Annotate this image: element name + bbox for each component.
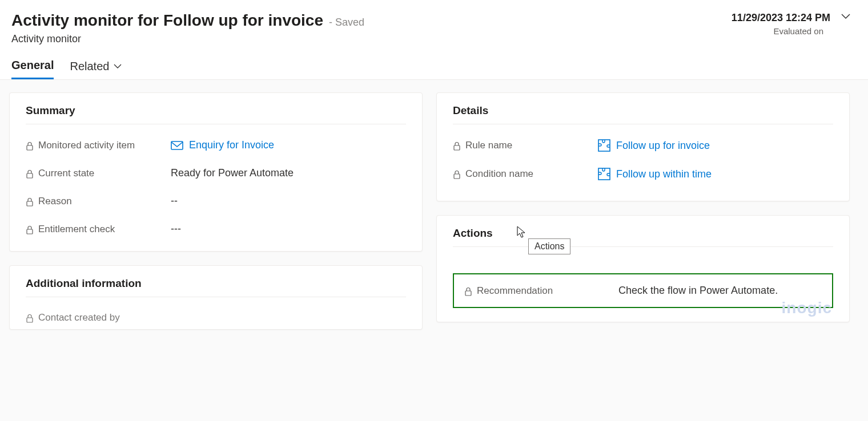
lock-icon bbox=[26, 225, 34, 234]
recommendation-label: Recommendation bbox=[477, 285, 553, 297]
timestamp: 11/29/2023 12:24 PM bbox=[732, 12, 830, 24]
current-state-value: Ready for Power Automate bbox=[171, 167, 294, 179]
condition-name-value[interactable]: Follow up within time bbox=[598, 168, 712, 180]
actions-card: Actions Actions Recommendation Check the… bbox=[436, 215, 850, 322]
evaluated-on-label: Evaluated on bbox=[773, 26, 823, 36]
details-title: Details bbox=[453, 104, 833, 124]
condition-name-text: Follow up within time bbox=[616, 168, 712, 180]
contact-created-label: Contact created by bbox=[38, 312, 120, 323]
current-state-label: Current state bbox=[38, 168, 94, 179]
monitored-activity-label: Monitored activity item bbox=[38, 140, 135, 151]
tab-related-label: Related bbox=[70, 60, 109, 73]
rule-name-value[interactable]: Follow up for invoice bbox=[598, 139, 710, 152]
details-card: Details Rule name Follow up for invoice bbox=[436, 92, 850, 201]
additional-info-card: Additional information Contact created b… bbox=[9, 265, 423, 330]
svg-rect-3 bbox=[598, 168, 610, 180]
watermark: inogic bbox=[782, 299, 832, 317]
lock-icon bbox=[26, 197, 34, 207]
actions-tooltip: Actions bbox=[528, 238, 570, 254]
svg-rect-2 bbox=[598, 140, 610, 151]
actions-title: Actions bbox=[453, 227, 833, 247]
save-state: - Saved bbox=[329, 17, 364, 29]
reason-label: Reason bbox=[38, 196, 72, 207]
chevron-down-icon bbox=[112, 61, 123, 71]
summary-card: Summary Monitored activity item Enquiry … bbox=[9, 92, 423, 252]
additional-title: Additional information bbox=[26, 277, 406, 297]
chevron-down-icon[interactable] bbox=[841, 11, 851, 24]
entitlement-value: --- bbox=[171, 223, 181, 235]
condition-name-label: Condition name bbox=[465, 168, 533, 180]
entitlement-label: Entitlement check bbox=[38, 224, 115, 235]
tab-general[interactable]: General bbox=[11, 59, 54, 79]
lock-icon bbox=[26, 314, 34, 323]
tab-bar: General Related bbox=[0, 45, 868, 80]
monitored-activity-text: Enquiry for Invoice bbox=[189, 139, 274, 151]
monitored-activity-value[interactable]: Enquiry for Invoice bbox=[171, 139, 274, 151]
svg-rect-1 bbox=[171, 141, 183, 149]
rule-name-text: Follow up for invoice bbox=[616, 140, 710, 152]
entity-subtitle: Activity monitor bbox=[11, 33, 364, 45]
tab-related[interactable]: Related bbox=[70, 59, 123, 79]
rule-name-label: Rule name bbox=[465, 140, 512, 151]
recommendation-value: Check the flow in Power Automate. bbox=[618, 285, 778, 297]
lock-icon bbox=[464, 287, 472, 296]
recommendation-highlight: Recommendation Check the flow in Power A… bbox=[453, 273, 833, 308]
mail-icon bbox=[171, 140, 183, 151]
summary-title: Summary bbox=[26, 104, 406, 124]
puzzle-icon bbox=[598, 168, 610, 180]
lock-icon bbox=[26, 169, 34, 179]
lock-icon bbox=[453, 141, 461, 151]
cursor-icon bbox=[517, 226, 526, 238]
reason-value: -- bbox=[171, 195, 178, 207]
lock-icon bbox=[26, 141, 34, 151]
lock-icon bbox=[453, 170, 461, 179]
puzzle-icon bbox=[598, 139, 610, 152]
page-title: Activity monitor for Follow up for invoi… bbox=[11, 11, 323, 30]
